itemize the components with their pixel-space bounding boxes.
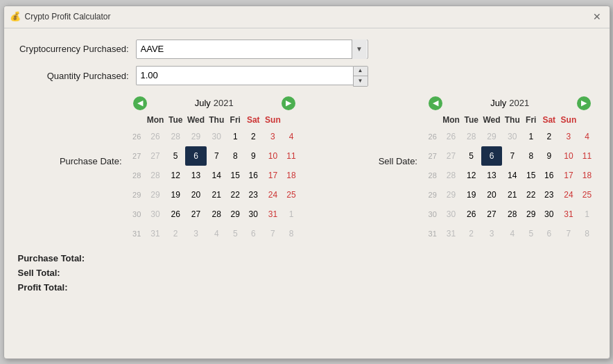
list-item[interactable]: 8 (227, 146, 244, 166)
list-item[interactable]: 23 (244, 185, 263, 205)
list-item[interactable]: 24 (558, 185, 578, 205)
list-item[interactable]: 9 (539, 146, 558, 166)
list-item[interactable]: 1 (579, 205, 596, 224)
list-item[interactable]: 2 (539, 127, 558, 146)
list-item[interactable]: 7 (558, 224, 578, 243)
list-item[interactable]: 8 (283, 224, 300, 243)
list-item[interactable]: 31 (145, 224, 166, 243)
list-item[interactable]: 24 (263, 185, 283, 205)
list-item[interactable]: 25 (283, 185, 300, 205)
list-item[interactable]: 22 (227, 185, 244, 205)
quantity-input[interactable] (136, 66, 353, 85)
list-item[interactable]: 2 (244, 127, 263, 146)
list-item[interactable]: 7 (207, 146, 227, 166)
sell-cal-prev-button[interactable]: ◀ (429, 96, 442, 110)
list-item[interactable]: 8 (579, 224, 596, 243)
list-item[interactable]: 19 (166, 185, 185, 205)
list-item[interactable]: 5 (522, 224, 539, 243)
list-item[interactable]: 26 (462, 205, 481, 224)
list-item[interactable]: 27 (481, 205, 503, 224)
list-item[interactable]: 13 (481, 166, 503, 185)
list-item[interactable]: 13 (185, 166, 207, 185)
list-item[interactable]: 4 (502, 224, 522, 243)
spinner-up-button[interactable]: ▲ (354, 67, 368, 76)
list-item[interactable]: 22 (522, 185, 539, 205)
list-item[interactable]: 28 (166, 127, 185, 146)
list-item[interactable]: 28 (440, 166, 461, 185)
list-item[interactable]: 29 (481, 127, 503, 146)
list-item[interactable]: 20 (185, 185, 207, 205)
list-item[interactable]: 10 (558, 146, 578, 166)
list-item[interactable]: 15 (522, 166, 539, 185)
list-item[interactable]: 28 (207, 205, 227, 224)
list-item[interactable]: 30 (207, 127, 227, 146)
list-item[interactable]: 3 (558, 127, 578, 146)
list-item[interactable]: 30 (244, 205, 263, 224)
list-item[interactable]: 3 (481, 224, 503, 243)
list-item[interactable]: 20 (481, 185, 503, 205)
list-item[interactable]: 31 (558, 205, 578, 224)
spinner-down-button[interactable]: ▼ (354, 76, 368, 86)
list-item[interactable]: 3 (185, 224, 207, 243)
list-item[interactable]: 11 (579, 146, 596, 166)
purchase-cal-next-button[interactable]: ▶ (282, 96, 295, 110)
list-item[interactable]: 31 (263, 205, 283, 224)
list-item[interactable]: 2 (166, 224, 185, 243)
list-item[interactable]: 23 (539, 185, 558, 205)
list-item[interactable]: 3 (263, 127, 283, 146)
list-item[interactable]: 12 (166, 166, 185, 185)
list-item[interactable]: 16 (244, 166, 263, 185)
list-item[interactable]: 29 (145, 185, 166, 205)
list-item[interactable]: 28 (145, 166, 166, 185)
list-item[interactable]: 5 (227, 224, 244, 243)
crypto-select[interactable]: AAVE BTC ETH LTC XRP (136, 40, 368, 59)
list-item[interactable]: 8 (522, 146, 539, 166)
list-item[interactable]: 6 (481, 146, 503, 166)
list-item[interactable]: 5 (462, 146, 481, 166)
list-item[interactable]: 2 (462, 224, 481, 243)
list-item[interactable]: 30 (502, 127, 522, 146)
list-item[interactable]: 9 (244, 146, 263, 166)
list-item[interactable]: 21 (207, 185, 227, 205)
list-item[interactable]: 14 (502, 166, 522, 185)
list-item[interactable]: 26 (166, 205, 185, 224)
list-item[interactable]: 6 (244, 224, 263, 243)
list-item[interactable]: 27 (145, 146, 166, 166)
list-item[interactable]: 29 (440, 185, 461, 205)
list-item[interactable]: 7 (263, 224, 283, 243)
list-item[interactable]: 26 (440, 127, 461, 146)
list-item[interactable]: 1 (522, 127, 539, 146)
list-item[interactable]: 19 (462, 185, 481, 205)
list-item[interactable]: 5 (166, 146, 185, 166)
list-item[interactable]: 30 (440, 205, 461, 224)
list-item[interactable]: 21 (502, 185, 522, 205)
list-item[interactable]: 30 (539, 205, 558, 224)
list-item[interactable]: 10 (263, 146, 283, 166)
list-item[interactable]: 16 (539, 166, 558, 185)
list-item[interactable]: 18 (283, 166, 300, 185)
list-item[interactable]: 31 (440, 224, 461, 243)
list-item[interactable]: 28 (462, 127, 481, 146)
list-item[interactable]: 1 (283, 205, 300, 224)
list-item[interactable]: 29 (227, 205, 244, 224)
list-item[interactable]: 6 (185, 146, 207, 166)
list-item[interactable]: 29 (522, 205, 539, 224)
list-item[interactable]: 14 (207, 166, 227, 185)
purchase-cal-prev-button[interactable]: ◀ (133, 96, 147, 110)
list-item[interactable]: 26 (145, 127, 166, 146)
list-item[interactable]: 6 (539, 224, 558, 243)
list-item[interactable]: 4 (579, 127, 596, 146)
list-item[interactable]: 7 (502, 146, 522, 166)
list-item[interactable]: 28 (502, 205, 522, 224)
list-item[interactable]: 18 (579, 166, 596, 185)
list-item[interactable]: 1 (227, 127, 244, 146)
list-item[interactable]: 27 (185, 205, 207, 224)
list-item[interactable]: 17 (558, 166, 578, 185)
list-item[interactable]: 11 (283, 146, 300, 166)
list-item[interactable]: 4 (207, 224, 227, 243)
list-item[interactable]: 17 (263, 166, 283, 185)
close-button[interactable]: ✕ (590, 10, 604, 24)
list-item[interactable]: 25 (579, 185, 596, 205)
list-item[interactable]: 27 (440, 146, 461, 166)
list-item[interactable]: 15 (227, 166, 244, 185)
